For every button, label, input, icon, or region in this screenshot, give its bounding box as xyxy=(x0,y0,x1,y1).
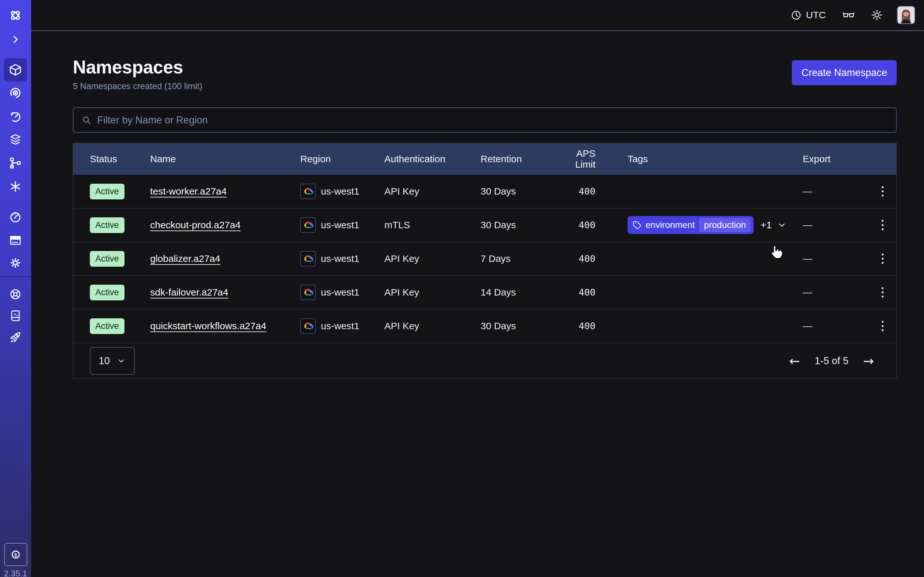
tag-key: environment xyxy=(646,220,695,230)
timezone-selector[interactable]: UTC xyxy=(790,9,826,21)
sidebar-item-getting-started[interactable] xyxy=(4,326,27,349)
sidebar-item-workflows[interactable] xyxy=(4,81,27,105)
sidebar-item-billing[interactable] xyxy=(4,229,27,252)
sidebar-divider xyxy=(0,276,31,277)
gcp-cloud-icon xyxy=(300,184,316,199)
col-region: Region xyxy=(300,153,384,164)
gcp-cloud-icon xyxy=(300,251,316,266)
table-header-row: Status Name Region Authentication Retent… xyxy=(73,143,897,174)
retention-value: 14 Days xyxy=(481,287,554,298)
row-menu-button[interactable] xyxy=(879,284,887,301)
sidebar-item-support[interactable] xyxy=(4,283,27,306)
tag-pill[interactable]: environment production xyxy=(628,216,754,234)
sidebar-expand-button[interactable] xyxy=(4,28,27,51)
status-badge: Active xyxy=(90,251,124,267)
tag-value: production xyxy=(699,218,751,232)
sidebar-item-nexus[interactable] xyxy=(4,152,27,175)
namespace-link[interactable]: test-worker.a27a4 xyxy=(150,186,226,197)
region-label: us-west1 xyxy=(321,253,359,264)
filter-bar[interactable] xyxy=(73,107,897,133)
export-value: — xyxy=(803,287,869,298)
col-name: Name xyxy=(150,153,300,164)
sidebar-item-settings[interactable] xyxy=(4,251,27,274)
export-value: — xyxy=(803,253,869,264)
namespace-link[interactable]: quickstart-workflows.a27a4 xyxy=(150,321,266,331)
table-row: Active globalizer.a27a4 us-west1 API Key… xyxy=(73,242,897,276)
row-menu-button[interactable] xyxy=(879,318,887,334)
app-version: 2.35.1 xyxy=(0,569,31,577)
row-menu-button[interactable] xyxy=(879,250,887,267)
page-title: Namespaces xyxy=(73,56,202,77)
plan-usage-button[interactable]: $ xyxy=(4,543,27,566)
tags-expand-button[interactable] xyxy=(777,220,787,230)
retention-value: 7 Days xyxy=(481,253,554,264)
sidebar-item-docs[interactable] xyxy=(4,304,27,327)
namespace-link[interactable]: globalizer.a27a4 xyxy=(150,253,220,264)
sidebar-item-namespaces[interactable] xyxy=(4,58,27,81)
fork-icon xyxy=(9,157,22,169)
avatar[interactable] xyxy=(897,6,915,24)
sidebar-item-schedules[interactable] xyxy=(4,105,27,129)
chevron-right-icon xyxy=(10,34,21,45)
rocket-icon xyxy=(9,330,22,344)
aps-value: 400 xyxy=(554,186,628,197)
namespaces-table: Status Name Region Authentication Retent… xyxy=(73,143,897,379)
temporal-logo[interactable] xyxy=(4,4,27,27)
glasses-icon xyxy=(842,8,855,22)
book-icon xyxy=(9,309,22,322)
chevron-down-icon xyxy=(777,220,787,230)
filter-input[interactable] xyxy=(97,114,888,126)
aps-value: 400 xyxy=(554,219,628,230)
page-size-select[interactable]: 10 xyxy=(90,347,135,375)
table-row: Active sdk-failover.a27a4 us-west1 API K… xyxy=(73,276,897,309)
export-value: — xyxy=(803,321,869,332)
clock-icon xyxy=(790,9,802,21)
sidebar: $ 2.35.1 xyxy=(0,0,31,577)
sidebar-item-deployments[interactable] xyxy=(4,129,27,152)
status-badge: Active xyxy=(90,218,124,233)
col-aps-limit: APS Limit xyxy=(554,148,628,170)
status-badge: Active xyxy=(90,318,124,334)
page-size-value: 10 xyxy=(99,355,110,367)
retention-value: 30 Days xyxy=(481,186,554,197)
dollar-badge-icon: $ xyxy=(9,548,22,561)
tag-more-count: +1 xyxy=(761,219,772,230)
theme-toggle[interactable] xyxy=(870,8,884,22)
create-namespace-button[interactable]: Create Namespace xyxy=(792,60,897,85)
svg-text:$: $ xyxy=(15,552,17,558)
retention-value: 30 Days xyxy=(481,219,554,230)
auth-value: API Key xyxy=(384,321,481,332)
aps-value: 400 xyxy=(554,287,628,298)
sun-icon xyxy=(870,8,884,22)
tags-cell: environment production +1 xyxy=(628,216,803,234)
namespace-link[interactable]: checkout-prod.a27a4 xyxy=(150,219,241,230)
labs-toggle[interactable] xyxy=(842,8,855,22)
auth-value: API Key xyxy=(384,253,481,264)
table-row: Active quickstart-workflows.a27a4 us-wes… xyxy=(73,309,897,343)
export-value: — xyxy=(803,186,869,197)
radar-icon xyxy=(9,86,22,100)
gcp-cloud-icon xyxy=(300,218,316,233)
lifebuoy-icon xyxy=(9,287,22,301)
row-menu-button[interactable] xyxy=(879,217,887,234)
namespace-link[interactable]: sdk-failover.a27a4 xyxy=(150,287,228,298)
row-menu-button[interactable] xyxy=(879,183,887,200)
next-page-button[interactable]: → xyxy=(863,355,874,367)
status-badge: Active xyxy=(90,285,124,300)
prev-page-button[interactable]: ← xyxy=(789,355,800,367)
aps-value: 400 xyxy=(554,253,628,264)
top-bar: UTC xyxy=(31,0,924,31)
sidebar-item-usage[interactable] xyxy=(4,206,27,229)
region-label: us-west1 xyxy=(321,186,359,197)
main-content: Namespaces 5 Namespaces created (100 lim… xyxy=(31,32,924,379)
gauge-icon xyxy=(9,211,22,224)
retention-value: 30 Days xyxy=(481,321,554,332)
col-tags: Tags xyxy=(628,153,803,164)
cube-icon xyxy=(9,63,22,77)
aps-value: 400 xyxy=(554,321,628,332)
avatar-image xyxy=(898,7,914,23)
sidebar-item-batch[interactable] xyxy=(4,175,27,198)
page-range: 1-5 of 5 xyxy=(814,355,848,367)
auth-value: mTLS xyxy=(384,219,481,230)
chevron-down-icon xyxy=(117,356,126,366)
